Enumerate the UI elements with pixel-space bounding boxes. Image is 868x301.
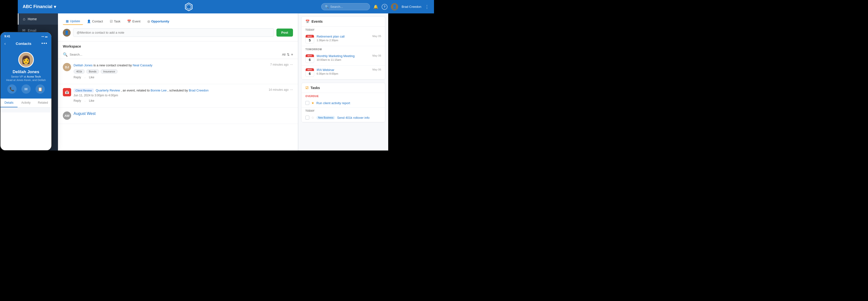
workspace-filter[interactable]: All ⇅ ≡: [282, 53, 293, 56]
feed-item-1-meta: 7 minutes ago ⋯: [270, 63, 293, 66]
tab-task[interactable]: ☑ Task: [107, 18, 123, 25]
user-avatar[interactable]: 👤: [391, 3, 398, 10]
feed-item-1-actions: Reply · Like: [73, 76, 268, 80]
feed-item-1-like[interactable]: Like: [89, 76, 94, 80]
workspace-filter-label: All: [282, 53, 285, 56]
mobile-contact-avatar: 👩: [18, 52, 34, 67]
update-tab-icon: ▦: [66, 19, 69, 23]
sidebar-item-home[interactable]: ⌂ Home: [18, 13, 58, 25]
mobile-contact-title: Senior VP at Acme Tech: [11, 75, 41, 78]
feed-item-2-time: 14 minutes ago: [269, 88, 288, 91]
mobile-tab-activity[interactable]: Activity: [18, 99, 35, 107]
brand-dropdown-icon[interactable]: ▾: [54, 4, 56, 9]
feed-item-2-reply[interactable]: Reply: [73, 99, 81, 103]
feed-item-1-header: DJ Delilah Jones is a new contact create…: [63, 63, 293, 80]
feed-item-1-avatar: DJ: [63, 63, 71, 71]
feed-item-2-badge: Client Review: [73, 88, 94, 92]
event-cal-3: MAY 6: [305, 68, 314, 77]
nav-brand[interactable]: ABC Financial ▾: [23, 4, 56, 9]
contact-tab-icon: 👤: [87, 20, 91, 23]
tab-event[interactable]: 📅 Event: [124, 18, 143, 25]
global-search-bar[interactable]: 🔍 Search...: [321, 3, 370, 10]
event-item-ira[interactable]: MAY 6 IRA Webinar 6:30pm to 8:00pm May 0…: [302, 65, 385, 80]
feed-item-2-text-mid2: , scheduled by: [167, 88, 189, 92]
opportunity-tab-icon: ◎: [147, 20, 150, 23]
mobile-call-icon[interactable]: 📞: [7, 84, 17, 94]
mobile-contact-name: Delilah Jones: [13, 70, 39, 74]
help-icon[interactable]: ?: [382, 4, 388, 10]
feed-item-1-creator-link[interactable]: Neal Cassady: [133, 63, 152, 67]
post-button[interactable]: Post: [276, 29, 293, 36]
feed-item-2-separator: ·: [85, 99, 86, 103]
feed-item-new-contact: DJ Delilah Jones is a new contact create…: [58, 59, 298, 84]
feed-item-2-event-link[interactable]: Quarterly Review: [96, 88, 120, 92]
feed-item-2-like[interactable]: Like: [89, 99, 94, 103]
mobile-tab-details[interactable]: Details: [0, 99, 18, 107]
feed-item-1-more-icon[interactable]: ⋯: [290, 63, 293, 66]
feed-item-2-avatar: 📅: [63, 88, 71, 97]
feed-item-2-text-mid1: , an event, related to: [121, 88, 151, 92]
event-details-1: Retirement plan call 1:30pm to 2:30pm: [317, 35, 370, 42]
events-section-title: Events: [311, 20, 323, 23]
nav-center: [56, 2, 321, 11]
events-section: 📅 Events TODAY MAY 5 Retirement plan cal…: [301, 16, 385, 80]
mobile-more-button[interactable]: •••: [41, 41, 48, 46]
tab-contact[interactable]: 👤 Contact: [84, 18, 106, 25]
event-cal-3-month: MAY: [306, 68, 314, 71]
feed-item-2-related-link[interactable]: Bonnie Lee: [151, 88, 166, 92]
task-title-1: Run client activity report: [316, 101, 350, 105]
tab-opportunity[interactable]: ◎ Opportunity: [145, 18, 172, 25]
workspace-filter-list-icon: ≡: [291, 53, 293, 56]
tasks-section: ☑ Tasks OVERDUE ★ Run client activity re…: [301, 83, 385, 122]
feed-item-2-scheduler-link[interactable]: Brad Creedon: [189, 88, 209, 92]
task-item-today-1: ☆ New Business Send 401k rollover info: [302, 113, 385, 122]
notifications-icon[interactable]: 🔔: [373, 4, 378, 9]
event-cal-1: MAY 5: [305, 35, 314, 44]
workspace-search-input[interactable]: [70, 53, 280, 56]
feed-item-1-reply[interactable]: Reply: [73, 76, 81, 80]
task-checkbox-2[interactable]: [305, 116, 309, 119]
mobile-battery-icon: ▬: [45, 35, 48, 38]
event-item-marketing[interactable]: MAY 6 Monthly Marketing Meeting 10:00am …: [302, 52, 385, 65]
feed-item-3-link[interactable]: August West: [73, 111, 95, 116]
nav-right: 🔍 Search... 🔔 ? 👤 Brad Creedon ⋮: [321, 3, 429, 10]
event-cal-3-day: 6: [306, 71, 314, 76]
task-checkbox-1[interactable]: [305, 101, 309, 105]
search-icon: 🔍: [325, 5, 329, 8]
tab-update[interactable]: ▦ Update: [63, 18, 83, 25]
feed-item-2-content: Client Review Quarterly Review , an even…: [73, 88, 266, 104]
mobile-action-icons: 📞 ✉ 📋: [7, 84, 45, 94]
composer-note-input[interactable]: [73, 28, 274, 37]
event-cal-1-month: MAY: [306, 35, 314, 37]
feed-item-1-separator: ·: [85, 76, 86, 80]
event-cal-2-day: 6: [306, 57, 314, 62]
event-time-3: 6:30pm to 8:00pm: [317, 72, 370, 75]
mobile-back-button[interactable]: ‹: [4, 42, 6, 46]
nav-more-icon[interactable]: ⋮: [425, 4, 429, 9]
task-star-1[interactable]: ★: [311, 101, 314, 105]
task-tab-icon: ☑: [110, 20, 113, 23]
task-star-2[interactable]: ☆: [311, 116, 314, 119]
feed-item-3: AW August West: [58, 108, 298, 124]
username-label: Brad Creedon: [402, 5, 421, 8]
top-navigation: ABC Financial ▾ 🔍 Search... 🔔 ? 👤 Brad C…: [18, 0, 434, 13]
feed-item-2-more-icon[interactable]: ⋯: [290, 88, 293, 91]
event-cal-2-month: MAY: [306, 54, 314, 57]
mobile-signals: ▪▪▪ ▬: [41, 35, 48, 38]
mobile-email-icon[interactable]: ✉: [22, 84, 31, 94]
tasks-section-icon: ☑: [305, 86, 309, 90]
event-item-retirement[interactable]: MAY 5 Retirement plan call 1:30pm to 2:3…: [302, 32, 385, 46]
feed-item-2-header: 📅 Client Review Quarterly Review , an ev…: [63, 88, 293, 104]
event-cal-1-day: 5: [306, 37, 314, 43]
mobile-tab-related[interactable]: Related: [34, 99, 52, 107]
feed-item-2-text: Client Review Quarterly Review , an even…: [73, 88, 266, 93]
feed-item-1-time: 7 minutes ago: [270, 63, 288, 66]
feed-item-1-contact-link[interactable]: Delilah Jones: [73, 63, 93, 67]
brand-name: ABC Financial: [23, 4, 52, 9]
events-section-header: 📅 Events: [302, 17, 385, 27]
mobile-copy-icon[interactable]: 📋: [36, 84, 45, 94]
event-title-3: IRA Webinar: [317, 68, 370, 72]
event-date-right-2: May 06: [372, 54, 381, 57]
event-details-3: IRA Webinar 6:30pm to 8:00pm: [317, 68, 370, 75]
main-content: ▦ Update 👤 Contact ☑ Task 📅 Event ◎: [58, 13, 388, 150]
